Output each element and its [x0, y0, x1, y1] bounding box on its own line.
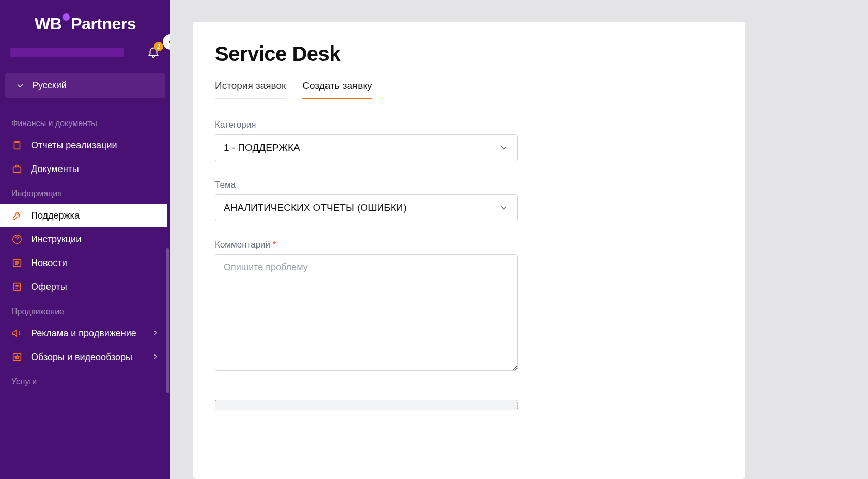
- logo-prefix: WB: [35, 14, 61, 33]
- category-label: Категория: [215, 120, 723, 130]
- document-icon: [11, 281, 23, 292]
- nav-item-support[interactable]: Поддержка: [0, 204, 167, 227]
- category-value: 1 - ПОДДЕРЖКА: [224, 142, 300, 153]
- language-label: Русский: [32, 80, 67, 91]
- briefcase-icon: [11, 163, 23, 175]
- tab-bar: История заявок Создать заявку: [215, 80, 723, 99]
- field-topic: Тема АНАЛИТИЧЕСКИХ ОТЧЕТЫ (ОШИБКИ): [215, 180, 723, 221]
- nav-label: Оферты: [31, 282, 67, 292]
- user-name-placeholder: [10, 48, 124, 57]
- question-icon: [11, 234, 23, 245]
- svg-rect-1: [13, 167, 21, 172]
- clipboard-icon: [11, 140, 23, 151]
- field-comment: Комментарий *: [215, 240, 723, 373]
- chevron-right-icon: [152, 328, 159, 339]
- section-header-finance: Финансы и документы: [0, 111, 171, 133]
- arrow-left-icon: [167, 38, 171, 45]
- nav-item-offers[interactable]: Оферты: [0, 275, 171, 299]
- app-logo: WBPartners: [0, 0, 171, 45]
- nav-item-documents[interactable]: Документы: [0, 157, 171, 181]
- nav-item-reports[interactable]: Отчеты реализации: [0, 133, 171, 157]
- nav-label: Реклама и продвижение: [31, 328, 136, 339]
- chevron-down-icon: [499, 143, 509, 153]
- megaphone-icon: [11, 328, 23, 339]
- nav-item-instructions[interactable]: Инструкции: [0, 227, 171, 251]
- user-row: 2: [0, 45, 171, 66]
- wrench-icon: [11, 210, 23, 221]
- topic-value: АНАЛИТИЧЕСКИХ ОТЧЕТЫ (ОШИБКИ): [224, 202, 407, 213]
- comment-label: Комментарий *: [215, 240, 723, 250]
- nav-label: Поддержка: [31, 210, 80, 221]
- logo-dot-icon: [63, 13, 70, 21]
- section-header-services: Услуги: [0, 369, 171, 392]
- topic-label: Тема: [215, 180, 723, 190]
- file-upload-dropzone[interactable]: [215, 400, 518, 410]
- comment-textarea[interactable]: [215, 254, 518, 371]
- category-select[interactable]: 1 - ПОДДЕРЖКА: [215, 134, 518, 161]
- chevron-down-icon: [499, 203, 509, 213]
- nav-label: Новости: [31, 258, 67, 269]
- tab-history[interactable]: История заявок: [215, 80, 286, 99]
- comment-label-text: Комментарий: [215, 240, 270, 250]
- field-category: Категория 1 - ПОДДЕРЖКА: [215, 120, 723, 161]
- page-title: Service Desk: [215, 42, 723, 66]
- topic-select[interactable]: АНАЛИТИЧЕСКИХ ОТЧЕТЫ (ОШИБКИ): [215, 194, 518, 221]
- nav-label: Обзоры и видеообзоры: [31, 352, 132, 363]
- sidebar: WBPartners 2 Русский Финансы и документы…: [0, 0, 171, 479]
- nav-item-advertising[interactable]: Реклама и продвижение: [0, 321, 171, 345]
- news-icon: [11, 257, 23, 269]
- nav-label: Документы: [31, 164, 79, 175]
- nav-item-news[interactable]: Новости: [0, 251, 171, 275]
- main-area: Service Desk История заявок Создать заяв…: [171, 0, 868, 479]
- language-selector[interactable]: Русский: [5, 73, 165, 98]
- chevron-down-icon: [16, 81, 25, 90]
- notifications-button[interactable]: 2: [147, 45, 160, 60]
- content-panel: Service Desk История заявок Создать заяв…: [193, 22, 745, 479]
- tab-create[interactable]: Создать заявку: [302, 80, 372, 99]
- notification-badge: 2: [154, 42, 163, 51]
- logo-suffix: Partners: [71, 14, 136, 33]
- sidebar-scrollbar[interactable]: [166, 248, 169, 393]
- section-header-info: Информация: [0, 181, 171, 204]
- nav-item-reviews[interactable]: Обзоры и видеообзоры: [0, 345, 171, 369]
- nav-label: Инструкции: [31, 234, 81, 245]
- required-asterisk: *: [273, 240, 276, 250]
- star-icon: [11, 351, 23, 363]
- section-header-promo: Продвижение: [0, 299, 171, 321]
- chevron-right-icon: [152, 352, 159, 363]
- nav-label: Отчеты реализации: [31, 140, 117, 151]
